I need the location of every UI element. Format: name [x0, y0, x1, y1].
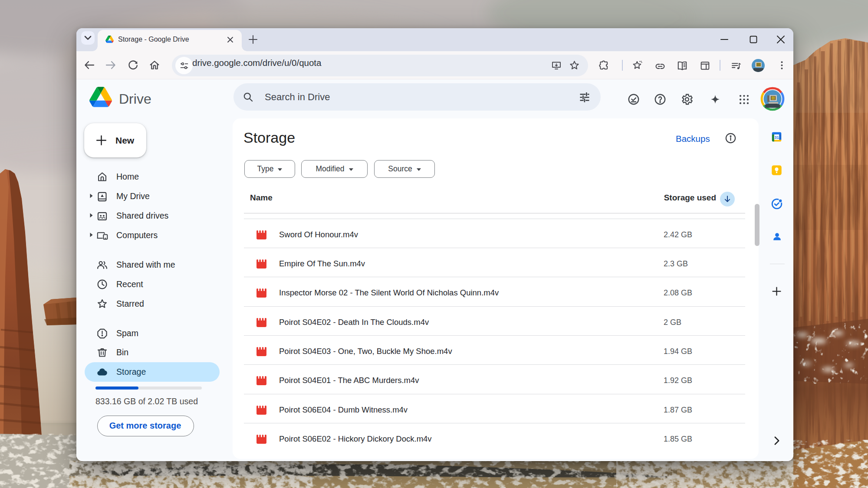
svg-text:31: 31	[774, 135, 779, 140]
